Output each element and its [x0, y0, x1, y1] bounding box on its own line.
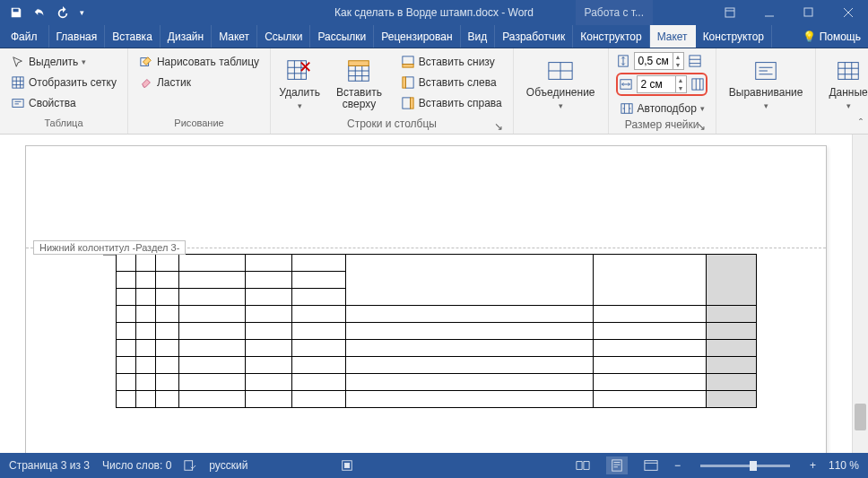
- page: Нижний колонтитул -Раздел 3- ✥: [25, 145, 827, 453]
- down-arrow-icon[interactable]: ▼: [673, 61, 683, 69]
- cursor-icon: [11, 55, 25, 69]
- zoom-out-button[interactable]: −: [674, 459, 681, 472]
- tab-developer[interactable]: Разработчик: [495, 25, 573, 48]
- data-icon: [834, 56, 863, 85]
- svg-rect-10: [405, 77, 413, 88]
- svg-rect-8: [403, 56, 413, 65]
- vertical-scrollbar[interactable]: [852, 135, 868, 453]
- svg-rect-16: [689, 56, 699, 66]
- document-title: Как сделать в Ворде штамп.docx - Word: [334, 6, 534, 19]
- distribute-columns-icon[interactable]: [690, 77, 705, 91]
- ribbon-options-button[interactable]: [710, 0, 750, 25]
- ribbon: Выделить Отобразить сетку Свойства Табли…: [0, 48, 868, 135]
- zoom-slider[interactable]: [700, 465, 790, 467]
- minimize-button[interactable]: [750, 0, 789, 25]
- up-arrow-icon[interactable]: ▲: [676, 76, 686, 84]
- zoom-slider-knob[interactable]: [750, 461, 757, 471]
- collapse-ribbon-button[interactable]: ˆ: [859, 117, 863, 130]
- down-arrow-icon[interactable]: ▼: [676, 84, 686, 92]
- draw-table-button[interactable]: Нарисовать таблицу: [135, 52, 263, 72]
- insert-above-button[interactable]: Вставить сверху: [326, 52, 392, 115]
- column-width-input[interactable]: [638, 76, 675, 92]
- select-button[interactable]: Выделить: [7, 52, 120, 72]
- insert-right-button[interactable]: Вставить справа: [397, 93, 506, 113]
- up-arrow-icon[interactable]: ▲: [673, 53, 683, 61]
- tab-constructor2[interactable]: Конструктор: [696, 25, 772, 48]
- scrollbar-thumb[interactable]: [855, 404, 866, 430]
- insert-below-label: Вставить снизу: [419, 56, 495, 68]
- alignment-icon: [751, 56, 780, 85]
- contextual-tab-label: Работа с т...: [576, 0, 653, 25]
- delete-label: Удалить: [279, 87, 320, 99]
- document-table[interactable]: [116, 254, 757, 408]
- select-label: Выделить: [29, 56, 78, 68]
- window-controls: [710, 0, 868, 25]
- properties-icon: [11, 96, 25, 110]
- undo-button[interactable]: [29, 2, 50, 23]
- tab-file[interactable]: Файл: [0, 25, 49, 48]
- data-button[interactable]: Данные: [823, 52, 868, 115]
- maximize-button[interactable]: [789, 0, 829, 25]
- help-label: Помощь: [820, 30, 861, 43]
- group-alignment-label: [724, 117, 809, 132]
- tab-design[interactable]: Дизайн: [161, 25, 212, 48]
- tab-references[interactable]: Ссылки: [257, 25, 310, 48]
- insert-below-icon: [401, 55, 415, 69]
- insert-above-label: Вставить сверху: [332, 87, 386, 110]
- close-button[interactable]: [829, 0, 868, 25]
- insert-below-button[interactable]: Вставить снизу: [397, 52, 506, 72]
- tab-review[interactable]: Рецензирован: [374, 25, 460, 48]
- language-indicator[interactable]: русский: [209, 459, 247, 472]
- word-count[interactable]: Число слов: 0: [102, 459, 171, 472]
- svg-rect-0: [725, 8, 734, 17]
- page-indicator[interactable]: Страница 3 из 3: [9, 459, 90, 472]
- row-height-spinner[interactable]: ▲▼: [634, 52, 684, 70]
- group-rows-cols-label: Строки и столбцы ↘: [278, 117, 506, 132]
- tab-insert[interactable]: Вставка: [105, 25, 161, 48]
- view-gridlines-button[interactable]: Отобразить сетку: [7, 73, 120, 92]
- row-height-input[interactable]: [635, 53, 673, 69]
- distribute-rows-icon[interactable]: [688, 54, 702, 68]
- column-width-spinner[interactable]: ▲▼: [637, 75, 687, 93]
- tab-table-design[interactable]: Конструктор: [573, 25, 649, 48]
- document-canvas[interactable]: Нижний колонтитул -Раздел 3- ✥: [0, 135, 852, 453]
- zoom-level[interactable]: 110 %: [829, 459, 859, 472]
- read-mode-button[interactable]: [572, 456, 594, 474]
- qat-customize[interactable]: ▾: [75, 2, 88, 23]
- spellcheck-icon[interactable]: [184, 459, 196, 472]
- tab-view[interactable]: Вид: [461, 25, 496, 48]
- group-draw: Нарисовать таблицу Ластик Рисование: [128, 48, 271, 134]
- cell-size-dialog-launcher[interactable]: ↘: [696, 121, 707, 132]
- group-table: Выделить Отобразить сетку Свойства Табли…: [0, 48, 128, 134]
- svg-rect-1: [804, 8, 812, 16]
- redo-button[interactable]: [52, 2, 74, 23]
- group-merge: Объединение: [514, 48, 609, 134]
- svg-rect-9: [403, 65, 413, 68]
- tab-mailings[interactable]: Рассылки: [310, 25, 374, 48]
- macro-icon[interactable]: [341, 459, 353, 472]
- tell-me[interactable]: 💡 Помощь: [795, 25, 868, 48]
- alignment-label: Выравнивание: [729, 87, 803, 99]
- tab-table-layout[interactable]: Макет: [650, 25, 696, 48]
- zoom-in-button[interactable]: +: [810, 459, 816, 472]
- quick-access-toolbar: ▾: [0, 0, 88, 25]
- svg-rect-3: [13, 100, 23, 108]
- properties-button[interactable]: Свойства: [7, 93, 120, 113]
- web-layout-button[interactable]: [640, 456, 662, 474]
- eraser-button[interactable]: Ластик: [135, 73, 263, 92]
- rows-cols-dialog-launcher[interactable]: ↘: [493, 121, 504, 132]
- svg-rect-13: [410, 98, 413, 109]
- autofit-button[interactable]: Автоподбор: [616, 99, 708, 118]
- alignment-button[interactable]: Выравнивание: [724, 52, 809, 115]
- eraser-icon: [139, 75, 153, 90]
- print-layout-button[interactable]: [606, 456, 628, 474]
- insert-left-button[interactable]: Вставить слева: [397, 73, 506, 92]
- merge-button[interactable]: Объединение: [521, 52, 601, 115]
- delete-button[interactable]: Удалить: [278, 52, 321, 115]
- svg-rect-6: [349, 65, 369, 81]
- tab-layout[interactable]: Макет: [212, 25, 257, 48]
- save-button[interactable]: [5, 2, 27, 23]
- autofit-label: Автоподбор: [638, 102, 697, 115]
- tab-home[interactable]: Главная: [49, 25, 106, 48]
- bulb-icon: 💡: [803, 30, 816, 43]
